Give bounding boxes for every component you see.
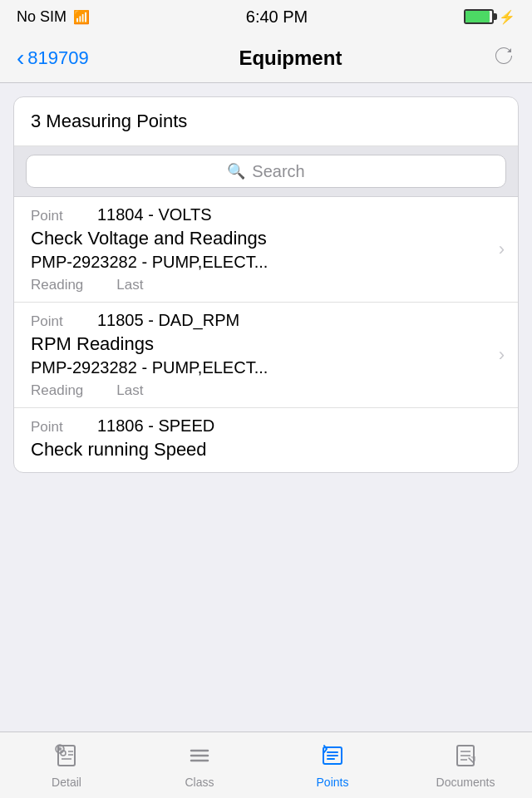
list-item[interactable]: Point 11804 - VOLTS Check Voltage and Re… [14,197,518,303]
tab-points[interactable]: Points [266,732,399,798]
point-value-3: 11806 - SPEED [97,416,214,436]
lightning-icon: ⚡ [499,9,515,25]
item-subtitle-1: PMP-2923282 - PUMP,ELECT... [31,253,501,272]
search-container: 🔍 Search [14,146,518,197]
search-placeholder: Search [252,162,304,181]
last-label-1: Last [116,277,143,293]
status-bar: No SIM 📶 6:40 PM ⚡ [0,0,532,33]
refresh-button[interactable] [492,44,515,72]
item-meta-2: Reading Last [31,382,501,399]
tab-points-label: Points [317,776,349,789]
tab-detail-label: Detail [52,776,81,789]
point-row-3: Point 11806 - SPEED [31,416,501,436]
point-value-2: 11805 - DAD_RPM [97,311,239,330]
chevron-right-icon-2: › [499,344,505,366]
tab-class[interactable]: Class [133,732,266,798]
tab-class-label: Class [185,776,214,789]
search-bar[interactable]: 🔍 Search [26,155,506,188]
tab-documents[interactable]: Documents [399,732,532,798]
detail-icon [53,742,80,772]
item-title-2: RPM Readings [31,333,501,355]
chevron-right-icon-1: › [499,239,505,260]
content-area: 3 Measuring Points 🔍 Search Point 11804 … [0,83,532,732]
search-icon: 🔍 [227,162,245,180]
wifi-icon: 📶 [73,9,90,25]
point-label-1: Point [31,208,97,224]
nav-title: Equipment [239,47,342,70]
status-left: No SIM 📶 [17,8,90,26]
point-label-3: Point [31,419,97,436]
tab-bar: Detail Class Points [0,732,532,798]
carrier-label: No SIM [17,8,66,26]
reading-label-2: Reading [31,382,83,399]
list-item[interactable]: Point 11805 - DAD_RPM RPM Readings PMP-2… [14,303,518,408]
time-label: 6:40 PM [246,7,308,27]
back-button[interactable]: ‹ 819709 [17,47,89,70]
item-title-3: Check running Speed [31,439,501,461]
item-meta-1: Reading Last [31,277,501,293]
battery-icon [464,9,494,24]
tab-detail[interactable]: Detail [0,732,133,798]
list-item[interactable]: Point 11806 - SPEED Check running Speed [14,408,518,472]
point-label-2: Point [31,313,97,330]
class-icon [186,742,213,772]
status-right: ⚡ [464,9,515,25]
point-value-1: 11804 - VOLTS [97,205,211,224]
reading-label-1: Reading [31,277,83,293]
nav-bar: ‹ 819709 Equipment [0,33,532,83]
item-title-1: Check Voltage and Readings [31,228,501,249]
point-row-2: Point 11805 - DAD_RPM [31,311,501,330]
points-icon [319,742,346,772]
measuring-points-card: 3 Measuring Points 🔍 Search Point 11804 … [13,96,519,473]
tab-documents-label: Documents [436,776,495,789]
back-chevron-icon: ‹ [17,47,24,70]
point-row-1: Point 11804 - VOLTS [31,205,501,224]
card-header: 3 Measuring Points [14,97,518,146]
item-subtitle-2: PMP-2923282 - PUMP,ELECT... [31,358,501,377]
back-label: 819709 [27,47,88,69]
last-label-2: Last [116,382,143,399]
documents-icon [452,742,479,772]
